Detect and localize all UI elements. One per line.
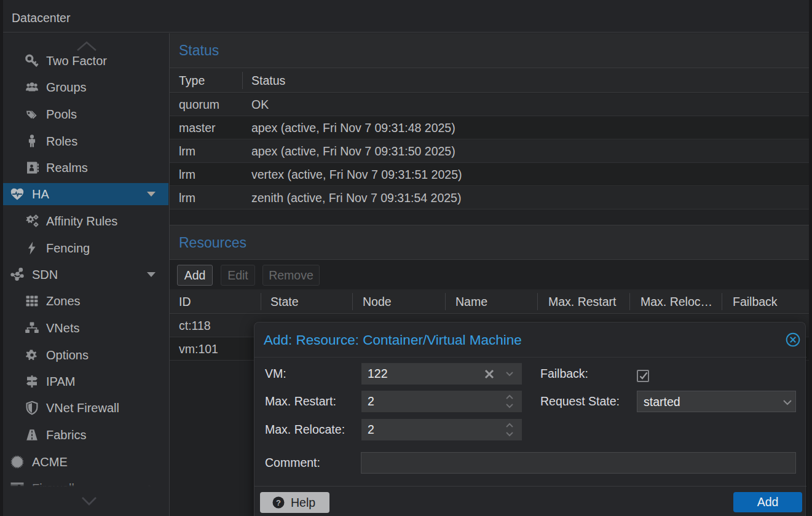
svg-text:?: ? bbox=[276, 498, 281, 507]
